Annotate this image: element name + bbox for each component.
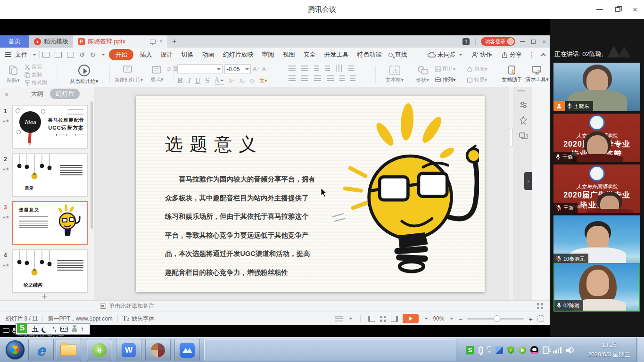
taskbar-photos-button[interactable]: [145, 339, 171, 361]
pinyin-icon[interactable]: 文▾: [259, 77, 267, 84]
tray-360-icon[interactable]: e: [519, 346, 526, 354]
docer-tab[interactable]: ♦ 稻壳模板: [29, 35, 73, 48]
zoom-slider[interactable]: [467, 318, 524, 320]
underline-icon[interactable]: U: [195, 77, 200, 84]
network-signal-icon[interactable]: [553, 347, 561, 354]
fill-button[interactable]: 填充▾: [467, 65, 496, 73]
sorter-view-icon[interactable]: [380, 316, 386, 322]
show-desktop-button[interactable]: [636, 337, 644, 362]
expand-pane-handle[interactable]: ›: [524, 172, 532, 190]
new-slide-button[interactable]: 新建幻灯片▾: [112, 62, 145, 87]
close-tab-icon[interactable]: ×: [159, 38, 163, 45]
align-left-icon[interactable]: [289, 75, 296, 81]
tab-animation[interactable]: 动画: [198, 50, 218, 59]
tray-sogou-icon[interactable]: S: [466, 346, 474, 354]
video-tile-speaking[interactable]: 02陈璐: [553, 263, 640, 312]
superscript-icon[interactable]: X²: [229, 78, 234, 84]
tab-home[interactable]: 开始: [109, 49, 133, 60]
minimize-icon[interactable]: [596, 9, 603, 10]
font-color-icon[interactable]: A: [215, 76, 224, 85]
animation-star-icon[interactable]: [519, 115, 528, 125]
font-size-combo[interactable]: -0.05: [224, 64, 251, 74]
format-painter-button[interactable]: 格式刷: [25, 79, 56, 87]
normal-view-icon[interactable]: [368, 316, 375, 322]
menu-file[interactable]: 文件: [14, 50, 32, 59]
more-menu-icon[interactable]: ⋮: [528, 51, 535, 58]
moon-icon[interactable]: [43, 326, 49, 332]
bullets-icon[interactable]: [289, 66, 296, 71]
wps-maximize-icon[interactable]: [531, 40, 536, 44]
numbering-icon[interactable]: [301, 66, 308, 71]
tab-insert[interactable]: 插入: [135, 50, 156, 59]
zoom-percent[interactable]: 90%: [433, 315, 444, 322]
collapse-ribbon-icon[interactable]: [541, 53, 546, 58]
present-tab-icon[interactable]: [150, 40, 156, 44]
hamburger-icon[interactable]: [5, 52, 11, 57]
new-tab-button[interactable]: +: [167, 35, 182, 48]
slide1-thumbnail[interactable]: Idea 喜马拉雅趣配音 UGC运营方案: [12, 105, 88, 148]
video-tile[interactable]: 王晓东: [553, 63, 640, 111]
slide-canvas[interactable]: 选题意义 喜马拉雅作为国内较大的音频分享平台，拥有 众多板块，其中趣配音栏目为站…: [136, 96, 485, 292]
document-tab[interactable]: P 陈璐答辩.pptx ×: [73, 35, 167, 48]
tray-shield-icon[interactable]: ⚡: [507, 346, 514, 354]
tab-devtools[interactable]: 开发工具: [320, 50, 353, 59]
print-icon[interactable]: [55, 52, 62, 58]
wps-close-icon[interactable]: ×: [542, 38, 546, 45]
align-center-icon[interactable]: [301, 75, 308, 81]
video-tile[interactable]: 人文与外国语学院 2020届广告学专业 毕业论文 2020年6月 王新: [553, 165, 640, 213]
slide-title[interactable]: 选题意义: [165, 132, 263, 156]
undo-icon[interactable]: ↺: [79, 51, 85, 58]
bold-icon[interactable]: B: [177, 77, 183, 84]
font-name-combo[interactable]: [177, 64, 223, 74]
properties-icon[interactable]: [519, 100, 528, 110]
notes-placeholder[interactable]: 单击此处添加备注: [109, 302, 154, 310]
decrease-indent-icon[interactable]: [314, 66, 319, 71]
zoom-slider-thumb[interactable]: [494, 315, 500, 322]
share-button[interactable]: 分享: [502, 50, 522, 59]
tray-cloud-icon[interactable]: [495, 346, 503, 354]
thumbnail-grid-icon[interactable]: [537, 303, 543, 309]
find-button[interactable]: 查找: [388, 50, 407, 59]
notes-toggle-icon[interactable]: [335, 316, 343, 321]
tab-slideshow[interactable]: 幻灯片放映: [218, 50, 257, 59]
shrink-font-icon[interactable]: A⁻: [262, 66, 270, 73]
tab-transition[interactable]: 切换: [177, 50, 198, 59]
taskbar-360-button[interactable]: e: [87, 339, 112, 361]
slides-tab[interactable]: 幻灯片: [50, 89, 80, 99]
picture-button[interactable]: 图片▾: [435, 65, 465, 73]
collapse-panel-icon[interactable]: «: [5, 90, 8, 98]
start-button[interactable]: [6, 340, 25, 359]
subscript-icon[interactable]: X₂: [239, 78, 245, 84]
tab-view[interactable]: 视图: [278, 50, 299, 59]
outline-tab[interactable]: 大纲: [31, 90, 43, 98]
guest-login-button[interactable]: 访客登录: [481, 37, 515, 46]
tab-security[interactable]: 安全: [299, 50, 320, 59]
taskbar-wps-button[interactable]: W: [116, 339, 141, 361]
grow-font-icon[interactable]: A⁺: [253, 66, 260, 73]
tab-features[interactable]: 特色功能: [353, 50, 386, 59]
slide4-thumbnail[interactable]: 论文结构: [12, 249, 88, 293]
doc-assistant-button[interactable]: 文档助手: [500, 62, 524, 87]
align-right-icon[interactable]: [314, 75, 321, 81]
close-icon[interactable]: ×: [633, 6, 637, 14]
keyboard-icon[interactable]: [60, 327, 68, 332]
tab-review[interactable]: 审阅: [257, 50, 278, 59]
textbox-button[interactable]: A 文本框▾: [379, 62, 410, 87]
vscroll-thumb[interactable]: [510, 128, 513, 147]
paste-button[interactable]: 粘贴▾: [3, 62, 24, 87]
justify-icon[interactable]: [327, 75, 334, 81]
fit-slide-icon[interactable]: [537, 315, 544, 322]
ime-toolbar[interactable]: S 五 ’, ⌐: [16, 323, 90, 335]
slide3-thumbnail[interactable]: 选题意义: [12, 201, 88, 245]
strike-icon[interactable]: S: [205, 77, 210, 84]
tab-design[interactable]: 设计: [156, 50, 177, 59]
play-from-current-button[interactable]: 从当前开始▾: [60, 62, 107, 87]
video-tile[interactable]: 人文与外国语学院 2020届广告学专业 毕业论文答辩 于淼: [553, 114, 640, 162]
distribute-icon[interactable]: [339, 75, 345, 81]
taskbar-meeting-button[interactable]: [174, 339, 200, 361]
punctuation-icon[interactable]: ’,: [53, 326, 56, 333]
tray-qq-icon[interactable]: [530, 346, 538, 354]
taskbar-clock[interactable]: 13:25 2020/6/3 星期三: [586, 340, 633, 359]
maximize-icon[interactable]: [615, 7, 620, 12]
taskbar-ie-button[interactable]: e: [28, 339, 54, 361]
